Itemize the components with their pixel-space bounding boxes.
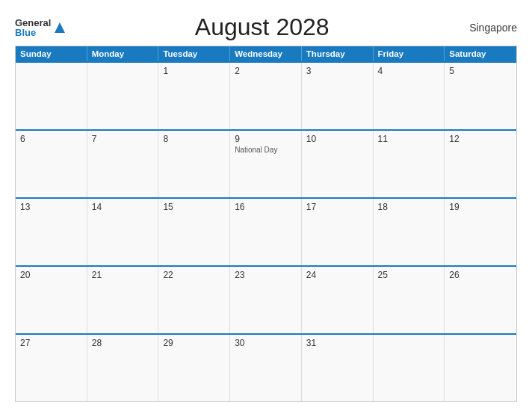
day-number: 19 [449, 202, 512, 212]
day-number: 20 [20, 270, 82, 280]
day-cell: 8 [158, 131, 230, 197]
day-cell: 3 [302, 63, 374, 129]
day-number: 12 [449, 134, 512, 144]
week-row-3: 13141516171819 [16, 197, 516, 265]
day-cell: 7 [87, 131, 159, 197]
calendar-grid: Sunday Monday Tuesday Wednesday Thursday… [15, 46, 517, 402]
header-friday: Friday [374, 46, 445, 61]
day-cell: 27 [16, 335, 87, 401]
day-cell: 25 [374, 267, 445, 333]
day-number: 18 [378, 202, 440, 212]
header-saturday: Saturday [445, 46, 516, 61]
day-cell: 30 [230, 335, 302, 401]
day-cell [16, 63, 87, 129]
logo-blue: Blue [15, 28, 51, 37]
day-number: 11 [378, 134, 440, 144]
month-title: August 2028 [66, 13, 457, 41]
header-monday: Monday [87, 46, 159, 61]
day-cell: 31 [302, 335, 374, 401]
day-number: 5 [449, 66, 512, 76]
logo-icon [53, 21, 66, 34]
day-cell: 24 [302, 267, 374, 333]
day-cell [374, 335, 445, 401]
week-row-2: 6789National Day101112 [16, 129, 516, 197]
day-number: 27 [20, 338, 82, 348]
header-tuesday: Tuesday [158, 46, 230, 61]
day-number: 22 [163, 270, 225, 280]
header-sunday: Sunday [16, 46, 87, 61]
day-cell: 17 [302, 199, 374, 265]
day-cell: 20 [16, 267, 87, 333]
day-cell: 22 [158, 267, 230, 333]
day-number: 23 [235, 270, 297, 280]
day-number: 15 [163, 202, 225, 212]
day-number: 30 [235, 338, 297, 348]
day-cell: 16 [230, 199, 302, 265]
calendar-page: General Blue August 2028 Singapore Sunda… [0, 0, 532, 411]
day-cell: 12 [445, 131, 516, 197]
day-number: 13 [20, 202, 82, 212]
header-wednesday: Wednesday [230, 46, 302, 61]
day-cell: 28 [87, 335, 159, 401]
day-cell [445, 335, 516, 401]
day-number: 26 [449, 270, 512, 280]
weeks-container: 123456789National Day1011121314151617181… [16, 61, 516, 401]
day-cell: 13 [16, 199, 87, 265]
day-number: 24 [306, 270, 368, 280]
day-number: 21 [92, 270, 154, 280]
week-row-5: 2728293031 [16, 333, 516, 401]
day-number: 3 [306, 66, 368, 76]
day-number: 4 [378, 66, 440, 76]
day-cell: 19 [445, 199, 516, 265]
week-row-4: 20212223242526 [16, 265, 516, 333]
day-cell: 15 [158, 199, 230, 265]
day-cell: 11 [374, 131, 445, 197]
day-number: 16 [235, 202, 297, 212]
logo: General Blue [15, 18, 66, 37]
svg-marker-0 [55, 22, 65, 33]
day-number: 6 [20, 134, 82, 144]
day-number: 29 [163, 338, 225, 348]
day-cell: 9National Day [230, 131, 302, 197]
day-number: 17 [306, 202, 368, 212]
day-number: 2 [235, 66, 297, 76]
day-cell: 2 [230, 63, 302, 129]
day-cell: 4 [374, 63, 445, 129]
day-cell: 18 [374, 199, 445, 265]
day-number: 7 [92, 134, 154, 144]
week-row-1: 12345 [16, 61, 516, 129]
day-cell: 5 [445, 63, 516, 129]
country-label: Singapore [457, 22, 517, 34]
day-number: 1 [163, 66, 225, 76]
day-cell [87, 63, 159, 129]
header-thursday: Thursday [302, 46, 374, 61]
day-number: 14 [92, 202, 154, 212]
day-number: 9 [235, 134, 297, 144]
logo-general: General [15, 18, 51, 28]
day-cell: 10 [302, 131, 374, 197]
day-number: 28 [92, 338, 154, 348]
day-number: 31 [306, 338, 368, 348]
day-headers-row: Sunday Monday Tuesday Wednesday Thursday… [16, 46, 516, 61]
day-cell: 26 [445, 267, 516, 333]
day-cell: 29 [158, 335, 230, 401]
day-number: 8 [163, 134, 225, 144]
header: General Blue August 2028 Singapore [15, 13, 517, 41]
day-cell: 14 [87, 199, 159, 265]
day-cell: 6 [16, 131, 87, 197]
event-label: National Day [235, 146, 297, 154]
day-number: 10 [306, 134, 368, 144]
day-cell: 23 [230, 267, 302, 333]
day-cell: 21 [87, 267, 159, 333]
day-number: 25 [378, 270, 440, 280]
day-cell: 1 [158, 63, 230, 129]
